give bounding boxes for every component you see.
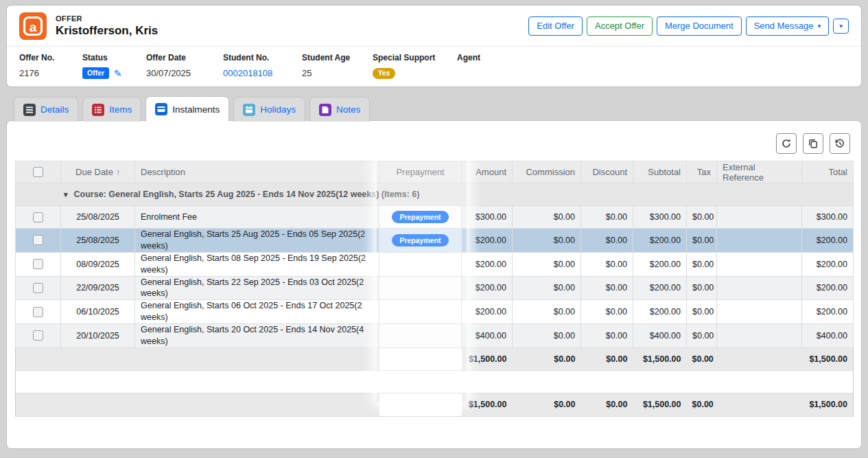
subtotal-cell: $200.00 <box>633 252 687 276</box>
due-date-cell: 22/09/2025 <box>61 276 135 300</box>
column-header-due-date[interactable]: Due Date↑ <box>61 161 135 183</box>
description-cell: General English, Starts 20 Oct 2025 - En… <box>135 324 379 348</box>
commission-cell: $0.00 <box>513 276 581 300</box>
total-cell: $200.00 <box>802 276 854 300</box>
accept-offer-button[interactable]: Accept Offer <box>587 16 653 36</box>
column-header-description[interactable]: Description <box>135 161 379 183</box>
amount-cell: $200.00 <box>462 300 513 324</box>
field-offer-no: Offer No. 2176 <box>19 53 82 79</box>
column-header-tax[interactable]: Tax <box>687 161 717 183</box>
column-header-prepayment[interactable]: Prepayment <box>379 161 462 183</box>
commission-cell: $0.00 <box>513 229 581 253</box>
tab-notes[interactable]: Notes <box>309 97 370 122</box>
field-label: Student No. <box>223 53 302 62</box>
amount-cell: $300.00 <box>462 206 513 229</box>
discount-cell: $0.00 <box>581 324 633 348</box>
record-type-label: OFFER <box>56 14 158 23</box>
row-checkbox[interactable] <box>33 330 43 341</box>
row-checkbox-cell <box>16 300 61 324</box>
copy-button[interactable] <box>803 133 823 154</box>
edit-offer-button[interactable]: Edit Offer <box>528 16 583 36</box>
tab-items[interactable]: Items <box>82 97 141 122</box>
group-total-subtotal: $1,500.00 <box>633 347 687 370</box>
table-row[interactable]: 20/10/2025 General English, Starts 20 Oc… <box>16 324 854 348</box>
send-message-button[interactable]: Send Message ▾ <box>746 16 830 36</box>
table-row-selected[interactable]: 25/08/2025 General English, Starts 25 Au… <box>16 229 854 253</box>
due-date-cell: 25/08/2025 <box>61 229 135 253</box>
grand-total-amount: $1,500.00 <box>462 393 513 416</box>
student-no-link[interactable]: 0002018108 <box>223 68 272 78</box>
column-header-commission[interactable]: Commission <box>513 161 581 183</box>
tab-label: Items <box>109 104 132 115</box>
field-label: Special Support <box>373 53 457 62</box>
agent-value <box>457 67 480 79</box>
external-reference-cell <box>717 276 802 300</box>
field-special-support: Special Support Yes <box>373 53 457 79</box>
column-header-amount[interactable]: Amount <box>462 161 513 183</box>
collapse-group-icon[interactable]: ▾ <box>64 190 68 198</box>
discount-cell: $0.00 <box>581 252 633 276</box>
merge-document-button[interactable]: Merge Document <box>657 16 742 36</box>
grand-total-total: $1,500.00 <box>802 393 854 416</box>
send-message-label: Send Message <box>754 21 814 32</box>
column-header-total[interactable]: Total <box>802 161 854 183</box>
tab-label: Holidays <box>260 104 296 115</box>
tab-holidays[interactable]: Holidays <box>233 97 305 122</box>
field-student-age: Student Age 25 <box>302 53 373 79</box>
amount-cell: $400.00 <box>462 324 513 348</box>
total-cell: $200.00 <box>802 229 854 253</box>
select-all-cell <box>16 161 61 183</box>
row-checkbox-cell <box>16 276 61 300</box>
row-checkbox[interactable] <box>33 307 43 317</box>
group-total-external-reference <box>717 347 802 370</box>
edit-status-icon[interactable]: ✎ <box>114 69 122 78</box>
table-row[interactable]: 22/09/2025 General English, Starts 22 Se… <box>16 276 854 300</box>
header-actions: Edit Offer Accept Offer Merge Document S… <box>528 16 849 36</box>
tab-instalments[interactable]: Instalments <box>145 96 229 122</box>
tax-cell: $0.00 <box>687 252 717 276</box>
row-checkbox[interactable] <box>33 283 43 293</box>
prepayment-cell: Prepayment <box>379 229 462 253</box>
amount-cell: $200.00 <box>462 229 513 253</box>
row-checkbox[interactable] <box>33 259 43 269</box>
description-cell: Enrolment Fee <box>135 206 379 229</box>
tax-cell: $0.00 <box>687 276 717 300</box>
table-row[interactable]: 06/10/2025 General English, Starts 06 Oc… <box>16 300 854 324</box>
column-header-subtotal[interactable]: Subtotal <box>633 161 687 183</box>
row-checkbox-cell <box>16 206 61 229</box>
column-header-external-reference[interactable]: External Reference <box>717 161 802 183</box>
field-label: Status <box>82 53 146 62</box>
caret-down-icon: ▾ <box>817 23 821 30</box>
offer-header-card: a OFFER Kristofferson, Kris Edit Offer A… <box>7 5 861 87</box>
discount-cell: $0.00 <box>581 229 633 253</box>
description-cell: General English, Starts 25 Aug 2025 - En… <box>135 229 379 253</box>
group-total-discount: $0.00 <box>581 347 633 370</box>
tax-cell: $0.00 <box>687 324 717 348</box>
group-total-commission: $0.00 <box>513 347 581 370</box>
subtotal-cell: $200.00 <box>633 300 687 324</box>
grand-total-tax: $0.00 <box>687 393 717 416</box>
due-date-cell: 20/10/2025 <box>61 324 135 348</box>
select-all-checkbox[interactable] <box>33 167 43 177</box>
table-row[interactable]: 08/09/2025 General English, Starts 08 Se… <box>16 252 854 276</box>
offer-header-top: a OFFER Kristofferson, Kris Edit Offer A… <box>7 5 861 46</box>
table-row[interactable]: 25/08/2025 Enrolment Fee Prepayment $300… <box>16 206 854 229</box>
prepayment-cell: Prepayment <box>379 206 462 229</box>
tab-label: Notes <box>336 104 360 115</box>
total-cell: $300.00 <box>802 206 854 229</box>
grand-total-row: $1,500.00 $0.00 $0.00 $1,500.00 $0.00 $1… <box>16 393 854 416</box>
history-button[interactable] <box>830 133 850 154</box>
notes-icon <box>319 104 331 116</box>
tab-details[interactable]: Details <box>14 97 78 122</box>
column-header-discount[interactable]: Discount <box>581 161 633 183</box>
details-icon <box>23 104 36 116</box>
refresh-button[interactable] <box>776 133 797 154</box>
row-checkbox[interactable] <box>33 235 43 245</box>
discount-cell: $0.00 <box>581 300 633 324</box>
total-cell: $400.00 <box>802 324 854 348</box>
offer-date-value: 30/07/2025 <box>146 67 223 79</box>
subtotal-cell: $200.00 <box>633 276 687 300</box>
more-actions-button[interactable]: ▾ <box>833 19 849 34</box>
row-checkbox[interactable] <box>33 212 43 222</box>
external-reference-cell <box>717 206 802 229</box>
